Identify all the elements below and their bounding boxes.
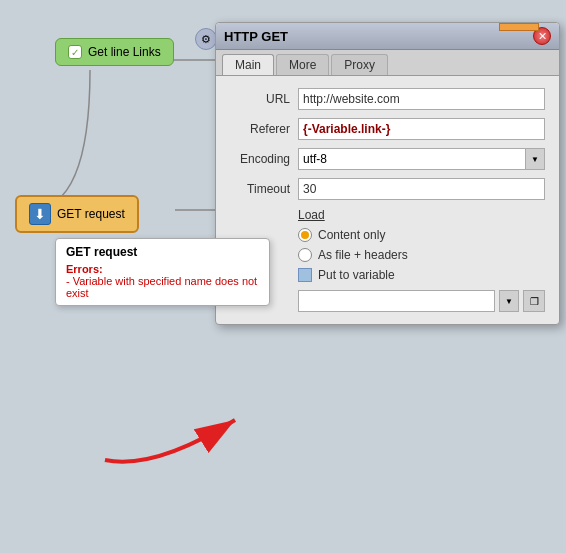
download-icon: ⬇ — [29, 203, 51, 225]
error-label: Errors: — [66, 263, 259, 275]
error-tooltip: GET request Errors: - Variable with spec… — [55, 238, 270, 306]
url-row: URL — [230, 88, 545, 110]
tab-more[interactable]: More — [276, 54, 329, 75]
referer-row: Referer — [230, 118, 545, 140]
encoding-row: Encoding utf-8 utf-16 iso-8859-1 ▼ — [230, 148, 545, 170]
timeout-input[interactable] — [298, 178, 545, 200]
node-get-line-links-label: Get line Links — [88, 45, 161, 59]
referer-label: Referer — [230, 122, 290, 136]
canvas: ⚙ ✓ Get line Links ⬇ GET request GET req… — [0, 0, 566, 553]
node-get-request[interactable]: ⬇ GET request — [15, 195, 139, 233]
dialog-title: HTTP GET — [224, 29, 288, 44]
put-to-variable-checkbox[interactable] — [298, 268, 312, 282]
encoding-select[interactable]: utf-8 utf-16 iso-8859-1 — [298, 148, 545, 170]
radio-file-headers[interactable] — [298, 248, 312, 262]
encoding-select-wrapper: utf-8 utf-16 iso-8859-1 ▼ — [298, 148, 545, 170]
error-text: - Variable with specified name does not … — [66, 275, 259, 299]
radio-file-headers-row[interactable]: As file + headers — [298, 248, 545, 262]
url-label: URL — [230, 92, 290, 106]
referer-input[interactable] — [298, 118, 545, 140]
node-get-request-label: GET request — [57, 207, 125, 221]
radio-file-headers-label: As file + headers — [318, 248, 408, 262]
gear-icon: ⚙ — [195, 28, 217, 50]
timeout-row: Timeout — [230, 178, 545, 200]
dialog-tabs: Main More Proxy — [216, 50, 559, 76]
variable-dropdown-button[interactable]: ▼ — [499, 290, 519, 312]
load-section-label: Load — [298, 208, 545, 222]
put-to-variable-input-row: ▼ ❐ — [298, 290, 545, 312]
encoding-label: Encoding — [230, 152, 290, 166]
tooltip-title: GET request — [66, 245, 259, 259]
tab-proxy[interactable]: Proxy — [331, 54, 388, 75]
variable-copy-button[interactable]: ❐ — [523, 290, 545, 312]
orange-bar — [499, 23, 539, 31]
put-to-variable-label: Put to variable — [318, 268, 395, 282]
node-get-line-links[interactable]: ✓ Get line Links — [55, 38, 174, 66]
tab-main[interactable]: Main — [222, 54, 274, 75]
url-input[interactable] — [298, 88, 545, 110]
timeout-label: Timeout — [230, 182, 290, 196]
red-arrow-indicator — [95, 390, 295, 470]
put-to-variable-row[interactable]: Put to variable — [298, 268, 545, 282]
variable-input[interactable] — [298, 290, 495, 312]
radio-content-only-row[interactable]: Content only — [298, 228, 545, 242]
radio-content-only-label: Content only — [318, 228, 385, 242]
check-icon: ✓ — [68, 45, 82, 59]
radio-content-only[interactable] — [298, 228, 312, 242]
